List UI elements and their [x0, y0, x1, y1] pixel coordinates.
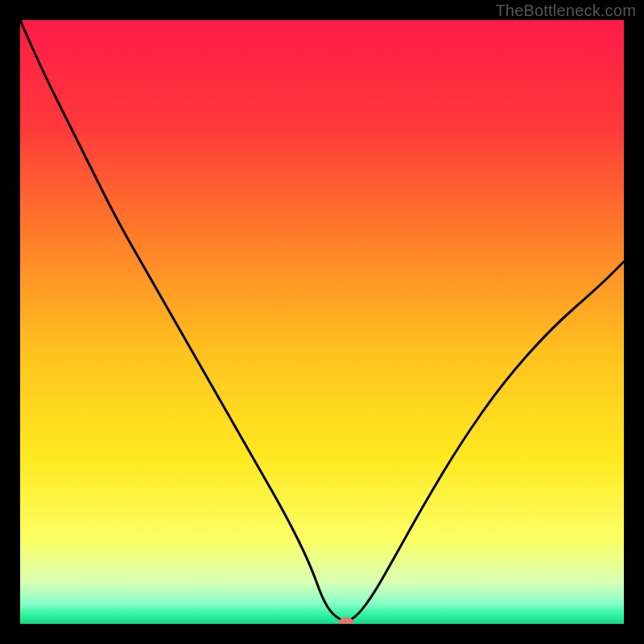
plot-area: [20, 20, 624, 624]
watermark-text: TheBottleneck.com: [495, 2, 636, 20]
gradient-rect: [20, 20, 624, 624]
plot-svg: [20, 20, 624, 624]
chart-frame: TheBottleneck.com: [0, 0, 644, 644]
